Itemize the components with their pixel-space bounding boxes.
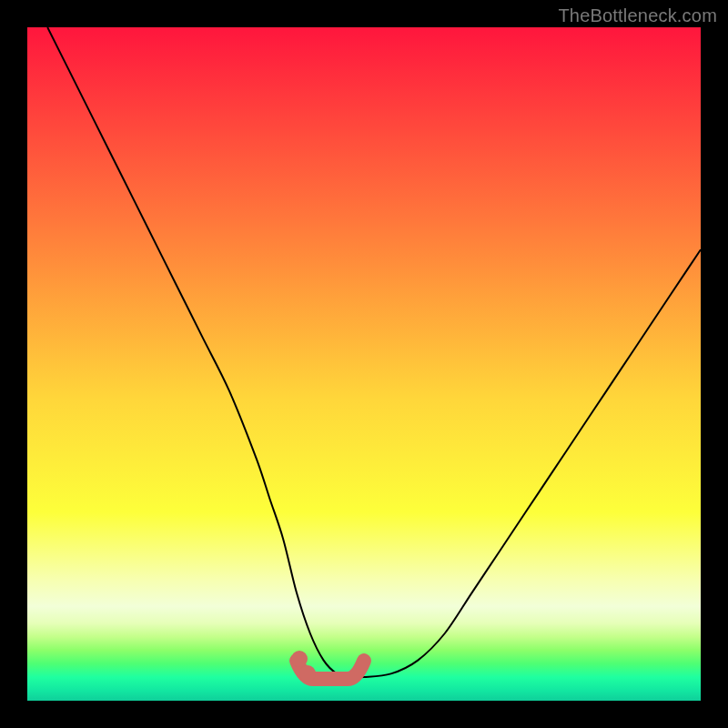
- plot-area: [27, 27, 701, 701]
- heat-gradient-background: [27, 27, 701, 701]
- watermark-text: TheBottleneck.com: [558, 5, 717, 26]
- gradient-rect: [27, 27, 701, 701]
- chart-frame: TheBottleneck.com: [0, 0, 728, 728]
